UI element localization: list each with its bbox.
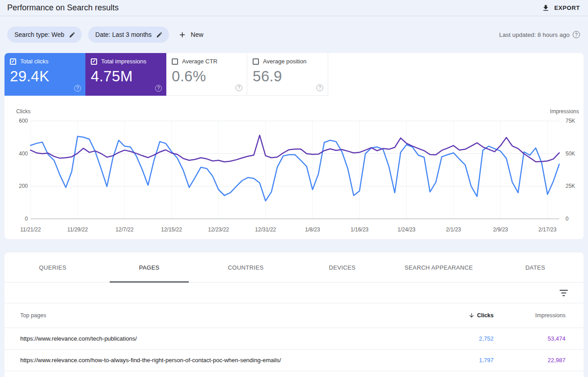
svg-text:200: 200 <box>19 183 28 189</box>
checkbox-unchecked-icon[interactable] <box>253 58 259 65</box>
last-updated: Last updated: 8 hours ago ? <box>499 31 580 38</box>
svg-text:12/15/22: 12/15/22 <box>161 226 182 233</box>
performance-panel: ✓Total clicks29.4K?✓Total impressions4.7… <box>4 53 584 239</box>
metric-card-average-position[interactable]: Average position56.9? <box>247 53 328 96</box>
svg-text:1/24/23: 1/24/23 <box>397 226 415 233</box>
checkbox-checked-icon[interactable]: ✓ <box>91 58 97 65</box>
svg-text:Impressions: Impressions <box>550 108 579 115</box>
help-circle-icon[interactable]: ? <box>236 84 242 91</box>
export-button[interactable]: EXPORT <box>542 4 580 12</box>
svg-text:1/16/23: 1/16/23 <box>351 226 369 233</box>
clicks-value: 1,797 <box>479 357 494 364</box>
svg-text:1/8/23: 1/8/23 <box>305 226 321 233</box>
date-range-chip[interactable]: Date: Last 3 months <box>88 27 169 43</box>
column-header-top-pages[interactable]: Top pages <box>20 312 422 319</box>
table-filter-row <box>4 283 584 303</box>
svg-text:12/23/22: 12/23/22 <box>208 226 229 233</box>
table-body: https://www.relevance.com/tech-publicati… <box>4 328 584 371</box>
tab-countries[interactable]: COUNTRIES <box>197 253 294 282</box>
metric-card-total-clicks[interactable]: ✓Total clicks29.4K? <box>4 53 85 96</box>
last-updated-text: Last updated: 8 hours ago <box>499 31 570 38</box>
download-icon <box>542 4 550 12</box>
svg-text:Clicks: Clicks <box>16 108 31 115</box>
metric-label: Average CTR <box>182 58 218 65</box>
date-range-chip-label: Date: Last 3 months <box>95 31 151 38</box>
impressions-value: 53,474 <box>548 335 566 342</box>
impressions-value: 22,987 <box>548 357 566 364</box>
svg-text:11/29/22: 11/29/22 <box>67 226 88 233</box>
pencil-icon[interactable] <box>156 31 163 38</box>
metric-value: 56.9 <box>253 68 322 85</box>
new-filter-label: New <box>191 31 203 38</box>
table-row[interactable]: https://www.relevance.com/tech-publicati… <box>4 328 584 350</box>
page-url[interactable]: https://www.relevance.com/tech-publicati… <box>20 335 422 342</box>
svg-text:75K: 75K <box>566 118 575 124</box>
metric-label: Average position <box>263 58 307 65</box>
metric-cards-row: ✓Total clicks29.4K?✓Total impressions4.7… <box>4 53 584 96</box>
svg-text:400: 400 <box>19 151 28 157</box>
clicks-value: 2,752 <box>479 335 494 342</box>
page-url[interactable]: https://www.relevance.com/how-to-always-… <box>20 357 422 364</box>
page-title: Performance on Search results <box>7 3 119 13</box>
table-panel: QUERIESPAGESCOUNTRIESDEVICESSEARCH APPEA… <box>4 253 584 377</box>
column-header-clicks[interactable]: Clicks <box>468 312 494 319</box>
metric-value: 4.75M <box>91 68 161 85</box>
top-bar: Performance on Search results EXPORT <box>0 0 588 16</box>
export-label: EXPORT <box>554 4 580 11</box>
tab-queries[interactable]: QUERIES <box>4 253 101 282</box>
svg-text:2/1/23: 2/1/23 <box>446 226 461 233</box>
help-circle-icon[interactable]: ? <box>316 84 323 91</box>
tab-devices[interactable]: DEVICES <box>294 253 391 282</box>
table-row[interactable]: https://www.relevance.com/how-to-always-… <box>4 350 584 371</box>
checkbox-unchecked-icon[interactable] <box>172 58 178 65</box>
metric-card-total-impressions[interactable]: ✓Total impressions4.75M? <box>85 53 166 96</box>
chart-line-impressions <box>31 135 559 162</box>
tab-search-appearance[interactable]: SEARCH APPEARANCE <box>391 253 487 282</box>
metric-value: 29.4K <box>10 68 80 85</box>
metric-card-average-ctr[interactable]: Average CTR0.6%? <box>166 53 247 96</box>
help-circle-icon[interactable]: ? <box>573 31 580 38</box>
tab-pages[interactable]: PAGES <box>101 253 198 282</box>
filter-bar: Search type: Web Date: Last 3 months New… <box>0 16 588 53</box>
search-type-chip-label: Search type: Web <box>14 31 64 38</box>
new-filter-button[interactable]: New <box>178 31 203 39</box>
tab-dates[interactable]: DATES <box>487 253 584 282</box>
performance-chart[interactable]: 0020025K40050K60075KClicksImpressions11/… <box>7 99 581 238</box>
filter-icon[interactable] <box>559 289 568 297</box>
help-circle-icon[interactable]: ? <box>74 85 81 92</box>
chart-area: 0020025K40050K60075KClicksImpressions11/… <box>4 96 584 239</box>
search-type-chip[interactable]: Search type: Web <box>7 27 82 43</box>
svg-text:12/31/22: 12/31/22 <box>255 226 276 233</box>
chart-line-clicks <box>31 137 559 201</box>
svg-text:0: 0 <box>566 216 569 222</box>
plus-icon <box>178 31 187 39</box>
pencil-icon[interactable] <box>69 31 76 38</box>
table-header-row: Top pages Clicks Impressions <box>4 303 584 328</box>
metric-label: Total impressions <box>101 58 146 65</box>
svg-text:600: 600 <box>19 118 28 124</box>
svg-text:50K: 50K <box>566 151 575 157</box>
checkbox-checked-icon[interactable]: ✓ <box>10 58 16 65</box>
dimension-tabs: QUERIESPAGESCOUNTRIESDEVICESSEARCH APPEA… <box>4 253 584 283</box>
help-circle-icon[interactable]: ? <box>155 85 162 92</box>
sort-down-icon <box>468 312 475 319</box>
svg-text:2/9/23: 2/9/23 <box>493 226 508 233</box>
svg-text:0: 0 <box>25 216 28 222</box>
metric-value: 0.6% <box>172 68 241 85</box>
svg-text:25K: 25K <box>566 183 575 189</box>
metric-label: Total clicks <box>20 58 49 65</box>
column-header-impressions[interactable]: Impressions <box>535 312 566 319</box>
svg-text:12/7/22: 12/7/22 <box>116 226 134 233</box>
svg-text:2/17/23: 2/17/23 <box>539 226 557 233</box>
svg-text:11/21/22: 11/21/22 <box>20 226 41 233</box>
